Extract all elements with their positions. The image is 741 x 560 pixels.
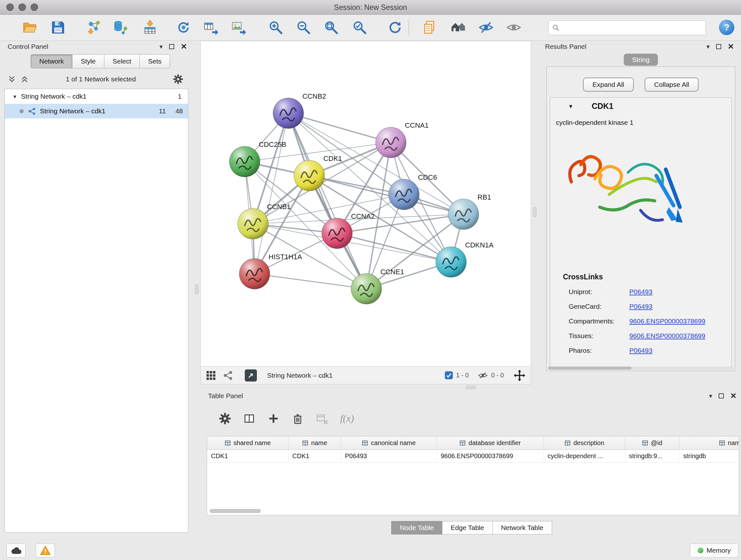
network-view-canvas[interactable]: CCNB2CCNA1CDC25BCDK1CDC6RB1CCNB1CCNA2CDK… xyxy=(200,41,531,367)
network-node-RB1[interactable] xyxy=(448,199,479,230)
float-panel-icon[interactable] xyxy=(719,393,724,398)
cell-namespace[interactable]: stringdb xyxy=(679,450,739,462)
save-session-icon[interactable] xyxy=(51,20,66,35)
export-network-icon[interactable] xyxy=(203,20,219,35)
network-node-CDK1[interactable] xyxy=(294,160,325,191)
search-input[interactable] xyxy=(548,20,706,35)
export-image-icon[interactable] xyxy=(231,20,246,35)
help-icon[interactable]: ? xyxy=(719,20,734,35)
network-node-CDC6[interactable] xyxy=(389,179,419,210)
hide-eye-slash-icon[interactable] xyxy=(478,20,494,35)
section-disclosure-icon[interactable]: ▼ xyxy=(568,104,574,110)
float-panel-icon[interactable] xyxy=(169,44,174,49)
birdseye-houses-icon[interactable] xyxy=(450,20,466,35)
close-panel-icon[interactable]: ✕ xyxy=(730,392,737,400)
zoom-out-icon[interactable] xyxy=(296,20,311,35)
column-header[interactable]: name xyxy=(288,436,341,449)
zoom-fit-icon[interactable] xyxy=(324,20,339,35)
float-panel-icon[interactable] xyxy=(716,44,721,49)
network-edge[interactable] xyxy=(288,113,366,289)
disclosure-triangle-icon[interactable]: ▼ xyxy=(12,94,17,99)
add-column-icon[interactable] xyxy=(267,413,280,425)
cell-id[interactable]: stringdb:9... xyxy=(625,450,679,462)
network-edge[interactable] xyxy=(255,113,288,274)
compartments-link[interactable]: 9606.ENSP00000378699 xyxy=(629,317,705,325)
left-splitter-handle[interactable] xyxy=(195,284,199,294)
collapse-all-icon[interactable] xyxy=(8,75,16,83)
panel-menu-icon[interactable]: ▾ xyxy=(709,393,712,399)
table-row[interactable]: CDK1 CDK1 P06493 9606.ENSP00000378699 cy… xyxy=(207,450,739,462)
network-collection-row[interactable]: ▼ String Network – cdk1 1 xyxy=(5,89,188,104)
network-node-CCNB2[interactable] xyxy=(273,98,304,129)
cell-shared-name[interactable]: CDK1 xyxy=(207,450,288,462)
uniprot-link[interactable]: P06493 xyxy=(629,288,652,296)
network-node-HIST1H1A[interactable] xyxy=(239,259,270,289)
cloud-status-button[interactable] xyxy=(6,543,25,557)
network-edge[interactable] xyxy=(255,274,366,289)
table-horizontal-scrollbar[interactable] xyxy=(210,509,261,513)
right-splitter-handle[interactable] xyxy=(533,207,536,217)
network-edge[interactable] xyxy=(288,113,391,143)
import-network-database-icon[interactable] xyxy=(113,20,128,35)
import-network-file-icon[interactable] xyxy=(86,20,102,35)
network-node-CDC25B[interactable] xyxy=(229,146,260,177)
results-scrollbar[interactable] xyxy=(548,367,734,370)
tab-style[interactable]: Style xyxy=(72,54,105,68)
expand-all-icon[interactable] xyxy=(20,75,29,83)
cell-database-identifier[interactable]: 9606.ENSP00000378699 xyxy=(437,450,544,462)
column-header[interactable]: shared name xyxy=(207,436,288,449)
genecard-link[interactable]: P06493 xyxy=(629,303,652,310)
open-in-window-icon[interactable] xyxy=(245,369,257,381)
tab-string[interactable]: String xyxy=(624,54,658,66)
cell-description[interactable]: cyclin-dependent ... xyxy=(544,450,625,462)
network-node-CDKN1A[interactable] xyxy=(436,247,467,277)
network-graph[interactable]: CCNB2CCNA1CDC25BCDK1CDC6RB1CCNB1CCNA2CDK… xyxy=(201,41,531,366)
close-panel-icon[interactable]: ✕ xyxy=(181,43,187,51)
column-header[interactable]: description xyxy=(544,436,625,449)
bottom-splitter-handle[interactable] xyxy=(466,386,476,389)
gear-icon[interactable] xyxy=(173,74,183,84)
network-node-CCNA2[interactable] xyxy=(322,218,352,249)
tab-sets[interactable]: Sets xyxy=(140,54,170,68)
tab-select[interactable]: Select xyxy=(105,54,140,68)
hidden-elements-icon[interactable] xyxy=(478,372,488,379)
tissues-link[interactable]: 9606.ENSP00000378699 xyxy=(629,332,705,340)
column-header[interactable]: database identifier xyxy=(437,436,544,449)
selected-nodes-icon[interactable] xyxy=(445,371,453,379)
refresh-icon[interactable] xyxy=(387,20,403,35)
network-icon[interactable] xyxy=(223,370,233,381)
grid-view-icon[interactable] xyxy=(206,370,216,381)
column-header[interactable]: @id xyxy=(625,436,679,449)
gear-icon[interactable] xyxy=(219,413,231,425)
warnings-button[interactable] xyxy=(36,543,55,557)
zoom-selected-icon[interactable] xyxy=(352,20,367,35)
collapse-all-button[interactable]: Collapse All xyxy=(645,78,699,91)
show-columns-icon[interactable] xyxy=(243,413,255,425)
expand-all-button[interactable]: Expand All xyxy=(583,78,634,91)
column-header[interactable]: namespace xyxy=(679,436,739,449)
tab-edge-table[interactable]: Edge Table xyxy=(442,521,493,535)
open-session-icon[interactable] xyxy=(22,20,38,35)
new-network-icon[interactable] xyxy=(176,20,191,35)
cell-name[interactable]: CDK1 xyxy=(288,450,341,462)
column-header[interactable]: canonical name xyxy=(341,436,437,449)
memory-button[interactable]: Memory xyxy=(690,543,738,557)
tab-network[interactable]: Network xyxy=(30,54,72,68)
network-node-CCNB1[interactable] xyxy=(238,208,268,239)
close-panel-icon[interactable]: ✕ xyxy=(728,43,734,51)
show-eye-icon[interactable] xyxy=(506,20,522,35)
panel-menu-icon[interactable]: ▾ xyxy=(159,44,163,50)
copy-document-icon[interactable] xyxy=(422,20,437,35)
tab-node-table[interactable]: Node Table xyxy=(391,521,442,535)
network-node-CCNE1[interactable] xyxy=(351,273,382,304)
tab-network-table[interactable]: Network Table xyxy=(493,521,552,535)
network-row-selected[interactable]: String Network – cdk1 11 48 xyxy=(5,104,188,118)
pharos-link[interactable]: P06493 xyxy=(629,347,652,354)
zoom-in-icon[interactable] xyxy=(268,20,283,35)
fit-content-crosshair-icon[interactable] xyxy=(514,369,526,381)
import-table-icon[interactable] xyxy=(142,20,158,35)
cell-canonical-name[interactable]: P06493 xyxy=(341,450,437,462)
network-node-CCNA1[interactable] xyxy=(376,127,406,158)
delete-column-icon[interactable] xyxy=(292,413,304,425)
panel-menu-icon[interactable]: ▾ xyxy=(706,44,710,50)
